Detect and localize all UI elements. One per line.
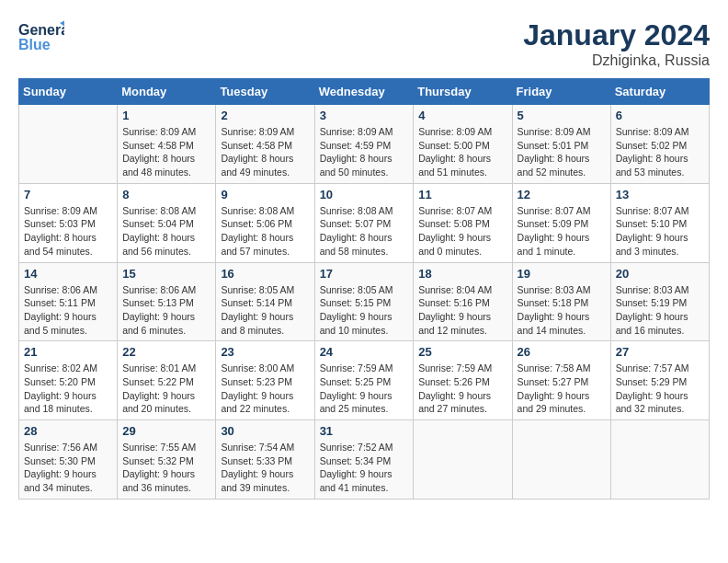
calendar-week-3: 14Sunrise: 8:06 AMSunset: 5:11 PMDayligh… [19, 262, 710, 341]
calendar-cell: 17Sunrise: 8:05 AMSunset: 5:15 PMDayligh… [314, 262, 414, 341]
day-number: 4 [418, 109, 506, 122]
page-header: General Blue January 2024 Dzhiginka, Rus… [18, 18, 710, 69]
day-info: Sunrise: 8:09 AMSunset: 4:59 PMDaylight:… [320, 125, 409, 179]
day-number: 27 [616, 345, 704, 359]
calendar-cell: 10Sunrise: 8:08 AMSunset: 5:07 PMDayligh… [314, 183, 414, 262]
day-info: Sunrise: 8:08 AMSunset: 5:04 PMDaylight:… [122, 204, 210, 259]
calendar-cell: 11Sunrise: 8:07 AMSunset: 5:08 PMDayligh… [414, 183, 512, 262]
day-number: 14 [24, 267, 112, 281]
day-info: Sunrise: 8:09 AMSunset: 5:00 PMDaylight:… [418, 125, 506, 179]
calendar-cell: 1Sunrise: 8:09 AMSunset: 4:58 PMDaylight… [118, 105, 216, 184]
day-number: 17 [320, 267, 409, 281]
col-sunday: Sunday [19, 79, 118, 105]
day-info: Sunrise: 8:04 AMSunset: 5:16 PMDaylight:… [418, 283, 506, 338]
calendar-cell: 18Sunrise: 8:04 AMSunset: 5:16 PMDayligh… [414, 262, 512, 341]
day-number: 31 [320, 424, 409, 438]
day-info: Sunrise: 8:02 AMSunset: 5:20 PMDaylight:… [24, 362, 112, 416]
day-number: 10 [320, 188, 409, 201]
calendar-cell: 8Sunrise: 8:08 AMSunset: 5:04 PMDaylight… [118, 183, 216, 262]
calendar-cell: 29Sunrise: 7:55 AMSunset: 5:32 PMDayligh… [118, 420, 216, 500]
calendar-cell: 12Sunrise: 8:07 AMSunset: 5:09 PMDayligh… [512, 183, 610, 262]
calendar-header-row: Sunday Monday Tuesday Wednesday Thursday… [19, 79, 710, 105]
calendar-cell: 30Sunrise: 7:54 AMSunset: 5:33 PMDayligh… [216, 420, 314, 500]
day-info: Sunrise: 8:03 AMSunset: 5:19 PMDaylight:… [616, 283, 704, 338]
svg-text:Blue: Blue [18, 37, 51, 52]
calendar-cell: 2Sunrise: 8:09 AMSunset: 4:58 PMDaylight… [216, 105, 314, 184]
calendar-cell: 25Sunrise: 7:59 AMSunset: 5:26 PMDayligh… [414, 341, 512, 420]
day-info: Sunrise: 8:09 AMSunset: 5:01 PMDaylight:… [518, 125, 606, 179]
day-number: 18 [418, 267, 506, 281]
calendar-cell: 31Sunrise: 7:52 AMSunset: 5:34 PMDayligh… [314, 420, 414, 500]
day-number: 30 [221, 424, 309, 438]
day-number: 2 [221, 109, 309, 122]
calendar-cell: 3Sunrise: 8:09 AMSunset: 4:59 PMDaylight… [314, 105, 414, 184]
col-tuesday: Tuesday [216, 79, 314, 105]
day-info: Sunrise: 7:55 AMSunset: 5:32 PMDaylight:… [122, 441, 210, 495]
calendar-cell: 22Sunrise: 8:01 AMSunset: 5:22 PMDayligh… [118, 341, 216, 420]
day-info: Sunrise: 8:03 AMSunset: 5:18 PMDaylight:… [518, 283, 606, 338]
day-info: Sunrise: 7:58 AMSunset: 5:27 PMDaylight:… [518, 362, 606, 416]
day-number: 21 [24, 345, 112, 359]
day-info: Sunrise: 8:09 AMSunset: 4:58 PMDaylight:… [122, 125, 210, 179]
calendar-cell [19, 105, 118, 184]
day-info: Sunrise: 7:56 AMSunset: 5:30 PMDaylight:… [24, 441, 112, 495]
calendar-cell [414, 420, 512, 500]
day-info: Sunrise: 8:09 AMSunset: 4:58 PMDaylight:… [221, 125, 309, 179]
calendar-cell: 20Sunrise: 8:03 AMSunset: 5:19 PMDayligh… [610, 262, 709, 341]
day-number: 26 [518, 345, 606, 359]
day-info: Sunrise: 8:00 AMSunset: 5:23 PMDaylight:… [221, 362, 309, 416]
day-info: Sunrise: 8:08 AMSunset: 5:07 PMDaylight:… [320, 204, 409, 259]
day-number: 8 [122, 188, 210, 201]
day-info: Sunrise: 8:05 AMSunset: 5:15 PMDaylight:… [320, 283, 409, 338]
logo: General Blue [18, 18, 64, 55]
day-info: Sunrise: 7:57 AMSunset: 5:29 PMDaylight:… [616, 362, 704, 416]
day-info: Sunrise: 7:59 AMSunset: 5:26 PMDaylight:… [418, 362, 506, 416]
day-info: Sunrise: 8:07 AMSunset: 5:10 PMDaylight:… [616, 204, 704, 259]
col-friday: Friday [512, 79, 610, 105]
day-number: 23 [221, 345, 309, 359]
day-info: Sunrise: 8:01 AMSunset: 5:22 PMDaylight:… [122, 362, 210, 416]
day-number: 24 [320, 345, 409, 359]
calendar-cell: 4Sunrise: 8:09 AMSunset: 5:00 PMDaylight… [414, 105, 512, 184]
day-number: 6 [616, 109, 704, 122]
day-number: 9 [221, 188, 309, 201]
calendar-cell: 16Sunrise: 8:05 AMSunset: 5:14 PMDayligh… [216, 262, 314, 341]
calendar-cell [610, 420, 709, 500]
location-label: Dzhiginka, Russia [523, 52, 710, 69]
day-number: 7 [24, 188, 112, 201]
day-number: 15 [122, 267, 210, 281]
title-block: January 2024 Dzhiginka, Russia [523, 18, 710, 69]
month-year-title: January 2024 [523, 18, 710, 52]
day-info: Sunrise: 8:06 AMSunset: 5:11 PMDaylight:… [24, 283, 112, 338]
calendar-cell: 9Sunrise: 8:08 AMSunset: 5:06 PMDaylight… [216, 183, 314, 262]
calendar-cell: 21Sunrise: 8:02 AMSunset: 5:20 PMDayligh… [19, 341, 118, 420]
day-number: 20 [616, 267, 704, 281]
day-number: 5 [518, 109, 606, 122]
day-info: Sunrise: 7:59 AMSunset: 5:25 PMDaylight:… [320, 362, 409, 416]
day-info: Sunrise: 8:09 AMSunset: 5:02 PMDaylight:… [616, 125, 704, 179]
col-monday: Monday [118, 79, 216, 105]
day-info: Sunrise: 8:06 AMSunset: 5:13 PMDaylight:… [122, 283, 210, 338]
day-info: Sunrise: 7:52 AMSunset: 5:34 PMDaylight:… [320, 441, 409, 495]
calendar-cell: 13Sunrise: 8:07 AMSunset: 5:10 PMDayligh… [610, 183, 709, 262]
day-number: 13 [616, 188, 704, 201]
calendar-cell: 5Sunrise: 8:09 AMSunset: 5:01 PMDaylight… [512, 105, 610, 184]
calendar-cell: 27Sunrise: 7:57 AMSunset: 5:29 PMDayligh… [610, 341, 709, 420]
calendar-cell: 7Sunrise: 8:09 AMSunset: 5:03 PMDaylight… [19, 183, 118, 262]
col-wednesday: Wednesday [314, 79, 414, 105]
calendar-week-4: 21Sunrise: 8:02 AMSunset: 5:20 PMDayligh… [19, 341, 710, 420]
calendar-table: Sunday Monday Tuesday Wednesday Thursday… [18, 78, 710, 500]
calendar-cell: 15Sunrise: 8:06 AMSunset: 5:13 PMDayligh… [118, 262, 216, 341]
day-info: Sunrise: 7:54 AMSunset: 5:33 PMDaylight:… [221, 441, 309, 495]
day-number: 19 [518, 267, 606, 281]
day-info: Sunrise: 8:07 AMSunset: 5:09 PMDaylight:… [518, 204, 606, 259]
calendar-cell: 28Sunrise: 7:56 AMSunset: 5:30 PMDayligh… [19, 420, 118, 500]
day-info: Sunrise: 8:08 AMSunset: 5:06 PMDaylight:… [221, 204, 309, 259]
day-info: Sunrise: 8:07 AMSunset: 5:08 PMDaylight:… [418, 204, 506, 259]
calendar-week-2: 7Sunrise: 8:09 AMSunset: 5:03 PMDaylight… [19, 183, 710, 262]
calendar-cell [512, 420, 610, 500]
day-info: Sunrise: 8:05 AMSunset: 5:14 PMDaylight:… [221, 283, 309, 338]
day-number: 3 [320, 109, 409, 122]
day-number: 12 [518, 188, 606, 201]
calendar-cell: 23Sunrise: 8:00 AMSunset: 5:23 PMDayligh… [216, 341, 314, 420]
